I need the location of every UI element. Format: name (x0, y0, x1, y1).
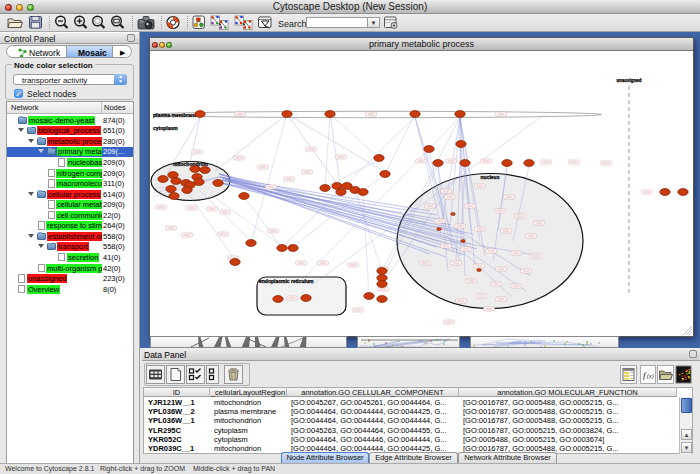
svg-text:plasma membrane: plasma membrane (153, 112, 197, 118)
svg-text:endoplasmic reticulum: endoplasmic reticulum (259, 278, 314, 284)
svg-text:unassigned: unassigned (616, 78, 641, 83)
svg-text:nucleus: nucleus (481, 174, 500, 180)
svg-text:(x): (x) (647, 373, 654, 380)
svg-text:mitochondrion: mitochondrion (173, 161, 208, 167)
svg-text:cytoplasm: cytoplasm (153, 125, 178, 131)
